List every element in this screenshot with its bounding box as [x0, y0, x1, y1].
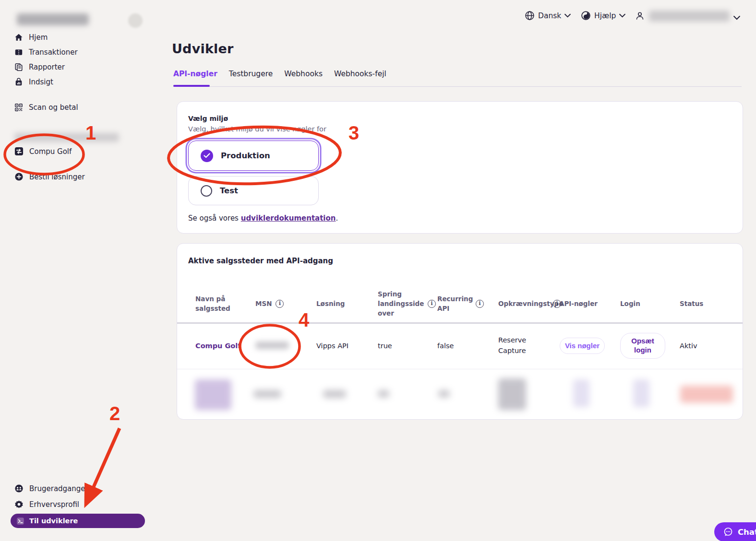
developer-docs-link[interactable]: udviklerdokumentation: [241, 214, 336, 223]
sidebar-section-header-blurred: [14, 133, 119, 142]
sidebar-item-reports[interactable]: Rapporter: [14, 63, 65, 71]
tab-test-users[interactable]: Testbrugere: [229, 70, 273, 85]
help-icon: [581, 11, 591, 21]
page-title: Udvikler: [172, 41, 234, 56]
msn-cell: [255, 341, 316, 351]
radio-production[interactable]: Produktion: [188, 141, 319, 171]
info-icon[interactable]: i: [476, 300, 484, 308]
col-recurring: Recurring APIi: [437, 294, 498, 314]
chevron-down-icon: [619, 13, 625, 18]
login-button-blurred: [633, 379, 649, 407]
chevron-down-icon: [733, 15, 740, 20]
setup-login-button[interactable]: Opsæt login: [620, 333, 665, 359]
username-blurred: [649, 11, 730, 22]
globe-icon: [525, 11, 535, 21]
user-menu-chevron[interactable]: [733, 13, 740, 22]
skip-landing-blurred: [378, 390, 389, 398]
sidebar-item-insights[interactable]: Indsigt: [14, 78, 53, 86]
home-icon: [14, 33, 23, 42]
col-solution: Løsning: [316, 299, 378, 308]
help-menu[interactable]: Hjælp: [581, 11, 625, 21]
docs-note-prefix: Se også vores: [188, 214, 241, 223]
bag-chart-icon: [14, 78, 23, 86]
sales-point-link-blurred: [195, 379, 231, 410]
radio-production-label: Produktion: [221, 151, 270, 160]
col-status: Status: [680, 299, 743, 308]
sidebar-item-business-profile[interactable]: Erhvervsprofil: [14, 500, 79, 509]
status-badge: Aktiv: [680, 342, 743, 350]
plus-circle-icon: [14, 172, 24, 181]
language-selector[interactable]: Dansk: [525, 11, 571, 21]
annotation-arrow-2: [88, 428, 120, 499]
col-skip-landing: Spring landingsside overi: [378, 289, 437, 318]
merchant-logo-blurred: [17, 13, 89, 25]
annotation-number-2: 2: [109, 403, 120, 424]
help-label: Hjælp: [594, 12, 616, 20]
chat-button[interactable]: Chat: [714, 522, 756, 541]
radio-test-label: Test: [220, 186, 238, 195]
environment-title: Vælg miljø: [188, 115, 228, 122]
col-login: Login: [620, 299, 680, 308]
environment-subtitle: Vælg, hvilket miljø du vil vise nøgler f…: [188, 125, 326, 133]
user-menu[interactable]: [635, 11, 645, 23]
sidebar-item-order-solutions[interactable]: Bestil løsninger: [14, 172, 85, 181]
sidebar-item-label: Bestil løsninger: [29, 173, 85, 181]
sidebar-item-compu-golf[interactable]: Compu Golf: [14, 147, 72, 156]
col-capture-type: Opkrævningstype: [498, 299, 560, 308]
chat-bubble-icon: [723, 527, 733, 537]
terminal-icon: [16, 517, 24, 525]
sales-points-card: Aktive salgssteder med API-adgang Navn p…: [177, 243, 743, 420]
msn-blurred: [253, 390, 281, 398]
col-name: Navn på salgssted: [195, 294, 239, 314]
docs-note-suffix: .: [336, 214, 338, 223]
skip-landing-cell: true: [378, 342, 437, 350]
keys-button-blurred: [573, 379, 589, 407]
sidebar-item-scan-and-pay[interactable]: Scan og betal: [14, 103, 78, 112]
sidebar-item-label: Hjem: [29, 33, 48, 42]
receipt-icon: [14, 48, 23, 57]
sidebar-item-home[interactable]: Hjem: [14, 33, 48, 42]
recurring-blurred: [438, 390, 450, 398]
status-blurred: [680, 386, 733, 403]
capture-type-cell: Reserve Capture: [498, 335, 537, 356]
gear-icon: [14, 500, 24, 509]
solution-cell: Vipps API: [316, 342, 378, 350]
chat-label: Chat: [738, 528, 756, 537]
table-row-divider: [177, 369, 743, 369]
sidebar-item-transactions[interactable]: Transaktioner: [14, 48, 78, 57]
show-keys-button[interactable]: Vis nøgler: [560, 338, 605, 354]
solution-blurred: [323, 390, 346, 398]
sidebar-item-label: Indsigt: [29, 78, 53, 86]
sidebar-item-label: Scan og betal: [29, 103, 78, 112]
info-icon[interactable]: i: [276, 300, 284, 308]
language-label: Dansk: [538, 12, 561, 20]
active-tab-indicator: [173, 85, 210, 87]
swap-arrows-icon: [14, 147, 24, 156]
person-icon: [635, 11, 645, 21]
sidebar-item-label: Rapporter: [29, 63, 65, 71]
sidebar-item-user-access[interactable]: Brugeradgange: [14, 484, 85, 493]
developer-docs-note: Se også vores udviklerdokumentation.: [188, 214, 338, 223]
tabs-divider: [173, 86, 742, 87]
tab-webhooks[interactable]: Webhooks: [284, 70, 323, 85]
sidebar-item-label: Compu Golf: [29, 147, 72, 156]
sidebar-item-label: Erhvervsprofil: [29, 500, 79, 509]
radio-test[interactable]: Test: [188, 176, 319, 205]
tab-api-keys[interactable]: API-nøgler: [173, 70, 217, 85]
msn-value-blurred: [255, 341, 289, 349]
documents-icon: [14, 63, 23, 71]
radio-checked-icon: [201, 150, 213, 162]
sales-point-link[interactable]: Compu Golf: [195, 342, 255, 350]
sidebar-collapse-button[interactable]: [128, 13, 143, 28]
environment-card: Vælg miljø Vælg, hvilket miljø du vil vi…: [177, 101, 743, 234]
table-row: Compu Golf Vipps API true false Reserve …: [177, 323, 743, 369]
tab-webhooks-errors[interactable]: Webhooks-fejl: [334, 70, 386, 85]
capture-type-blurred: [498, 378, 526, 410]
col-msn: MSNi: [255, 299, 316, 308]
sidebar-item-label: Til udviklere: [29, 517, 78, 525]
sidebar-item-developers[interactable]: Til udviklere: [11, 514, 145, 528]
sidebar-item-label: Brugeradgange: [29, 484, 85, 493]
radio-unchecked-icon: [201, 185, 212, 197]
sidebar-item-label: Transaktioner: [29, 48, 78, 57]
info-icon[interactable]: i: [428, 300, 436, 308]
